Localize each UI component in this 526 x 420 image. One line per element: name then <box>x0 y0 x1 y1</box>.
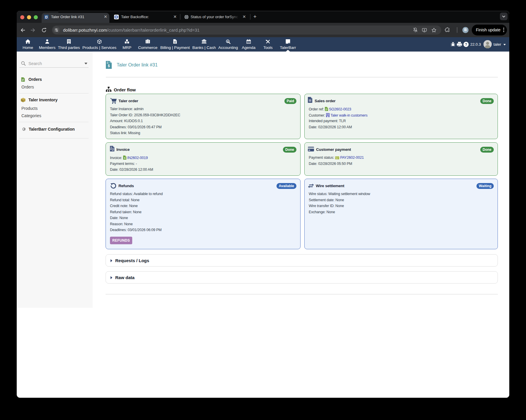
svg-text:$: $ <box>227 40 229 43</box>
svg-text:?: ? <box>465 42 467 47</box>
svg-text:$: $ <box>108 64 110 68</box>
